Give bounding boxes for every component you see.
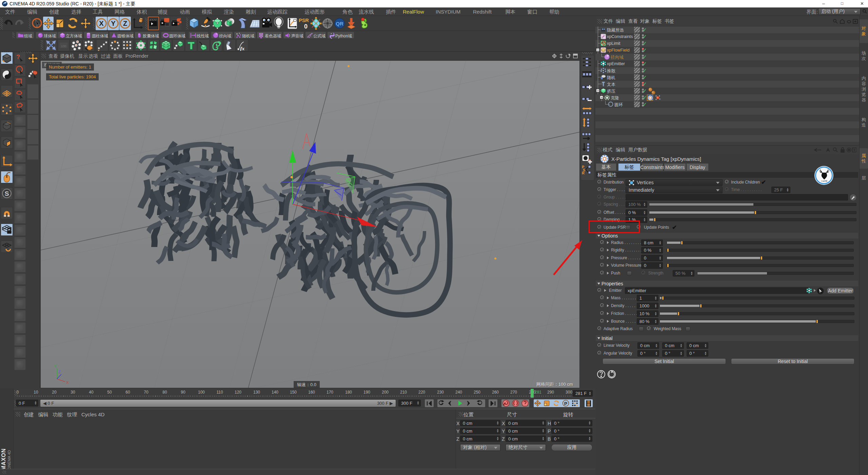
svg-text:QR: QR [336, 21, 343, 26]
svg-text:CINEMA 4D: CINEMA 4D [7, 450, 11, 470]
svg-text:0: 0 [304, 23, 308, 30]
svg-text:fx: fx [240, 45, 244, 51]
svg-text:X: X [99, 20, 104, 27]
svg-text:P: P [564, 401, 567, 406]
svg-text:Z: Z [123, 20, 127, 27]
svg-text:100: 100 [61, 44, 66, 48]
svg-text:Y: Y [54, 364, 57, 368]
svg-text:Y: Y [111, 20, 116, 27]
svg-text:S: S [5, 190, 9, 197]
svg-text:Z: Z [58, 370, 61, 374]
svg-text:X: X [66, 380, 69, 384]
svg-text:行走的鹿: 行走的鹿 [821, 180, 828, 182]
svg-text:PSR: PSR [299, 18, 309, 23]
svg-text:?: ? [16, 54, 20, 60]
svg-text:MAXON: MAXON [1, 448, 6, 470]
svg-text:R: R [582, 171, 585, 175]
